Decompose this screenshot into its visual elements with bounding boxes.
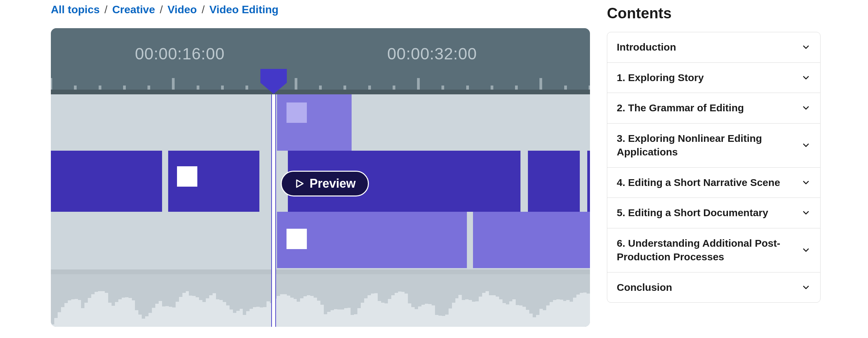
contents-item-label: 3. Exploring Nonlinear Editing Applicati… bbox=[617, 132, 793, 159]
playhead-line-inner bbox=[272, 94, 275, 327]
chevron-down-icon bbox=[801, 245, 811, 255]
chevron-down-icon bbox=[801, 208, 811, 218]
breadcrumb-sep: / bbox=[202, 3, 205, 16]
contents-item[interactable]: 2. The Grammar of Editing bbox=[607, 93, 820, 124]
contents-item-label: 4. Editing a Short Narrative Scene bbox=[617, 176, 780, 190]
course-hero[interactable]: 00:00:16:00 00:00:32:00 bbox=[51, 28, 590, 327]
chevron-down-icon bbox=[801, 42, 811, 52]
contents-panel: Contents Introduction1. Exploring Story2… bbox=[607, 0, 824, 327]
contents-list: Introduction1. Exploring Story2. The Gra… bbox=[607, 32, 821, 303]
chevron-down-icon bbox=[801, 103, 811, 113]
contents-item[interactable]: 3. Exploring Nonlinear Editing Applicati… bbox=[607, 124, 820, 168]
chevron-down-icon bbox=[801, 140, 811, 150]
svg-marker-0 bbox=[297, 180, 303, 187]
breadcrumb-video[interactable]: Video bbox=[167, 3, 197, 16]
contents-item[interactable]: 1. Exploring Story bbox=[607, 63, 820, 93]
timecode-1: 00:00:16:00 bbox=[135, 44, 225, 63]
clip-thumb bbox=[287, 102, 307, 123]
contents-item-label: Introduction bbox=[617, 40, 676, 54]
play-icon bbox=[294, 178, 305, 189]
contents-item[interactable]: Introduction bbox=[607, 32, 820, 63]
track-audio bbox=[51, 274, 590, 327]
contents-item[interactable]: 5. Editing a Short Documentary bbox=[607, 198, 820, 228]
track-3 bbox=[51, 212, 590, 268]
clip-thumb bbox=[177, 166, 197, 187]
clip bbox=[473, 212, 590, 268]
contents-item-label: 6. Understanding Additional Post-Product… bbox=[617, 237, 793, 264]
breadcrumb-all-topics[interactable]: All topics bbox=[51, 3, 100, 16]
contents-item-label: 1. Exploring Story bbox=[617, 71, 704, 85]
breadcrumb-sep: / bbox=[160, 3, 163, 16]
breadcrumb: All topics / Creative / Video / Video Ed… bbox=[51, 3, 590, 16]
chevron-down-icon bbox=[801, 178, 811, 187]
contents-item[interactable]: 6. Understanding Additional Post-Product… bbox=[607, 228, 820, 273]
breadcrumb-creative[interactable]: Creative bbox=[112, 3, 155, 16]
contents-item-label: 2. The Grammar of Editing bbox=[617, 101, 744, 115]
breadcrumb-video-editing[interactable]: Video Editing bbox=[210, 3, 279, 16]
preview-button[interactable]: Preview bbox=[281, 171, 369, 196]
clip-thumb bbox=[287, 229, 307, 249]
contents-item-label: 5. Editing a Short Documentary bbox=[617, 206, 768, 220]
timeline-ruler: 00:00:16:00 00:00:32:00 bbox=[51, 28, 590, 94]
chevron-down-icon bbox=[801, 283, 811, 292]
contents-item-label: Conclusion bbox=[617, 281, 672, 295]
preview-label: Preview bbox=[310, 176, 356, 191]
timecode-2: 00:00:32:00 bbox=[387, 44, 477, 63]
breadcrumb-sep: / bbox=[104, 3, 107, 16]
contents-title: Contents bbox=[607, 5, 824, 22]
contents-item[interactable]: Conclusion bbox=[607, 273, 820, 303]
chevron-down-icon bbox=[801, 73, 811, 82]
timeline-tracks bbox=[51, 94, 590, 327]
contents-item[interactable]: 4. Editing a Short Narrative Scene bbox=[607, 168, 820, 198]
track-1 bbox=[51, 94, 590, 151]
